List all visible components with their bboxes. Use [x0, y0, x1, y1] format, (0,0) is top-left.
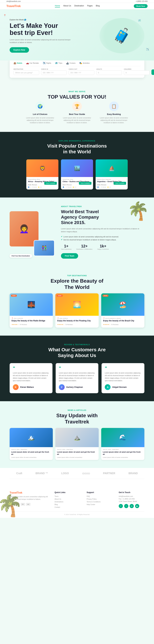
values-tag: WHAT WE SERVE [10, 90, 144, 92]
phone-number: +1(800) 123-456 [136, 0, 147, 2]
footer-link-tours[interactable]: Tours [55, 496, 80, 497]
nav-home[interactable]: Home [55, 5, 60, 8]
contact-email: info@traveltrek.com [119, 496, 144, 497]
author-abigail: A Abigail Devnam [105, 384, 141, 390]
hero-title: Let's Make Your best trip Ever! [10, 22, 71, 36]
adults-field: Adults [96, 68, 122, 75]
news-title: Stay Update with Traveltrek [10, 412, 144, 425]
footer-link-help[interactable]: Help Center [87, 504, 112, 506]
brazil-image: 🏖️ SAVE [101, 293, 144, 316]
footer-palm-tree: 🌴 [0, 494, 23, 518]
values-grid: 🌍 Lot of Choices Lorem ipsum dolor sit a… [10, 102, 144, 124]
avatar-abigail: A [105, 384, 110, 390]
floating-rating: ★★★★☆ 75 Reviews [57, 323, 97, 326]
testimonials-section: REVIEW & TESTIMONIALS What Our Customers… [0, 336, 154, 401]
adults-input[interactable] [96, 70, 122, 75]
footer-link-contact[interactable]: Contact [55, 506, 80, 508]
floating-badge: SAVE [57, 295, 63, 297]
footer-link-faq[interactable]: FAQ [87, 496, 112, 497]
africa-view-button[interactable]: View Available [44, 182, 57, 185]
footer-link-about[interactable]: About Us [55, 498, 80, 500]
destination-input[interactable] [14, 70, 39, 75]
china-view-button[interactable]: View Available [79, 182, 91, 185]
check-1: ✔ Lorem ipsum dolor sit amet consectetur… [61, 236, 144, 238]
bridge-badge: SAVE [11, 295, 17, 297]
partner-2: BRAND ™ [36, 472, 48, 475]
search-tabs: 🏨 Hotels 🚗 Car Rentals ✈️ Flights 🗺️ Tri… [14, 62, 140, 66]
mountain-news-info: June 01, 2024 – Read More Lorem ipsum do… [55, 447, 98, 460]
name-abigail: Abigail Devnam [112, 386, 126, 388]
brazil-name: Enjoy the beauty of the Brazil City [103, 320, 142, 322]
nav-about[interactable]: About Us [63, 5, 71, 8]
china-image: 🏙️ [61, 160, 93, 177]
bridge-image: 🌉 SAVE [10, 293, 53, 316]
about-checks: ✔ Lorem ipsum dolor sit amet consectetur… [61, 236, 144, 241]
facebook-icon[interactable]: f [119, 504, 123, 508]
book-now-button[interactable]: Book Now [151, 70, 154, 75]
footer-link-privacy[interactable]: Privacy Policy [87, 498, 112, 500]
nav-destination[interactable]: Destination [74, 5, 84, 8]
value-card-guide: 🏆 Best Tour Guide Lorem ipsum dolor sit … [63, 102, 91, 124]
checkout-input[interactable] [69, 70, 94, 75]
check-2: ✔ Sed do eiusmod tempor incididunt ut la… [61, 238, 144, 241]
footer-link-blog[interactable]: Blog [55, 504, 80, 506]
hero-description: Lorem ipsum dolor sit amet consectetur a… [10, 38, 71, 44]
tab-trips[interactable]: 🗺️ Trips [55, 62, 62, 64]
destinations-tag: EXPLORE WONDERFUL EXPERIENCE [10, 140, 144, 142]
name-kieran: Kieran Wallace [20, 386, 34, 388]
contact-phone: Fax: +1 (800) 123-456 [119, 498, 144, 500]
footer-link-terms[interactable]: Terms & Conditions [87, 501, 112, 503]
youtube-icon[interactable]: ▶ [135, 504, 139, 508]
partner-4: ◇◇◇◇ [82, 472, 90, 475]
bridge-name: Enjoy the beauty of the Rialto Bridge [12, 320, 51, 322]
nav-cta-button[interactable]: Book Now [134, 4, 147, 8]
testimonial-card-zachery: " Lorem ipsum dolor sit amet consectetur… [56, 363, 98, 393]
tab-cruises[interactable]: 🚢 Cruises [66, 62, 75, 64]
nav-blog[interactable]: Blog [96, 5, 100, 8]
avatar-zachery: Z [59, 384, 65, 390]
explore-card-bridge: 🌉 SAVE 📍ITALY, EUROPE Enjoy the beauty o… [10, 293, 53, 328]
argentina-location: Buenos Aires, Argentina [97, 178, 126, 180]
checkin-input[interactable] [41, 70, 67, 75]
floating-location: 📍ASIA, WORLD [57, 318, 97, 319]
tab-flights[interactable]: ✈️ Flights [43, 62, 51, 64]
booking-desc: Lorem ipsum dolor sit amet consectetur a… [99, 117, 128, 124]
destination-card-china: 🏙️ Hong Kong, China China – Suzhou and Z… [61, 160, 93, 190]
name-zachery: Zachery Chapman [66, 386, 83, 388]
instagram-icon[interactable]: in [130, 504, 134, 508]
footer-support: Support FAQ Privacy Policy Terms & Condi… [87, 491, 112, 508]
destination-label: Destination [14, 68, 39, 70]
tab-hotels[interactable]: 🏨 Hotels [14, 62, 22, 64]
hero-cta-button[interactable]: Explore Now [10, 47, 29, 53]
value-card-choices: 🌍 Lot of Choices Lorem ipsum dolor sit a… [26, 102, 55, 124]
tab-car-rentals[interactable]: 🚗 Car Rentals [26, 62, 39, 64]
find-team-button[interactable]: Find Team [61, 253, 78, 258]
social-icons: f t in ▶ [119, 504, 144, 508]
testimonial-text-3: Lorem ipsum dolor sit amet consectetur a… [105, 372, 141, 382]
nav-pages[interactable]: Pages [87, 5, 93, 8]
children-input[interactable] [124, 70, 149, 75]
testimonials-title: What Our Customers Are Saying About Us [10, 347, 144, 358]
bridge-rating: ★★★★☆ 75 Reviews [12, 323, 51, 326]
values-section: WHAT WE SERVE TOP VALUES FOR YOU! 🌍 Lot … [0, 82, 154, 132]
china-info: Hong Kong, China China – Suzhou and Zhou… [61, 177, 93, 190]
twitter-icon[interactable]: t [124, 504, 128, 508]
hero-text: Explore the World 🌎 Let's Make Your best… [10, 19, 71, 53]
explore-card-floating: 🌅 SAVE 📍ASIA, WORLD Enjoy the beauty of … [55, 293, 98, 328]
footer-link-destinations[interactable]: Destinations [55, 501, 80, 503]
destination-field: Destination [14, 68, 39, 75]
tab-activities[interactable]: 🎭 Activities [79, 62, 89, 64]
adults-label: Adults [96, 68, 122, 70]
deco-pin: 📍 [3, 14, 7, 17]
news-section: NEWS & ARTICLES Stay Update with Travelt… [0, 401, 154, 468]
destination-card-argentina: ⛵ Buenos Aires, Argentina Argentina – Gr… [96, 160, 128, 190]
choices-desc: Lorem ipsum dolor sit amet consectetur a… [26, 117, 55, 124]
values-title: TOP VALUES FOR YOU! [10, 94, 144, 100]
news-card-falls: 🌊 June 01, 2024 – Read More Lorem ipsum … [101, 428, 144, 460]
lake-news-title: Lorem ipsum dolor sit amet and get the f… [11, 451, 51, 456]
stat-exp-label: Year Experience [61, 248, 72, 250]
china-meta: 👤 4⏱ 5D/4N⭐ 4.5 [63, 186, 91, 188]
news-card-mountain: ⛰️ June 01, 2024 – Read More Lorem ipsum… [55, 428, 98, 460]
hero-figure: 🧳 [113, 27, 131, 44]
argentina-view-button[interactable]: View Available [114, 182, 126, 185]
